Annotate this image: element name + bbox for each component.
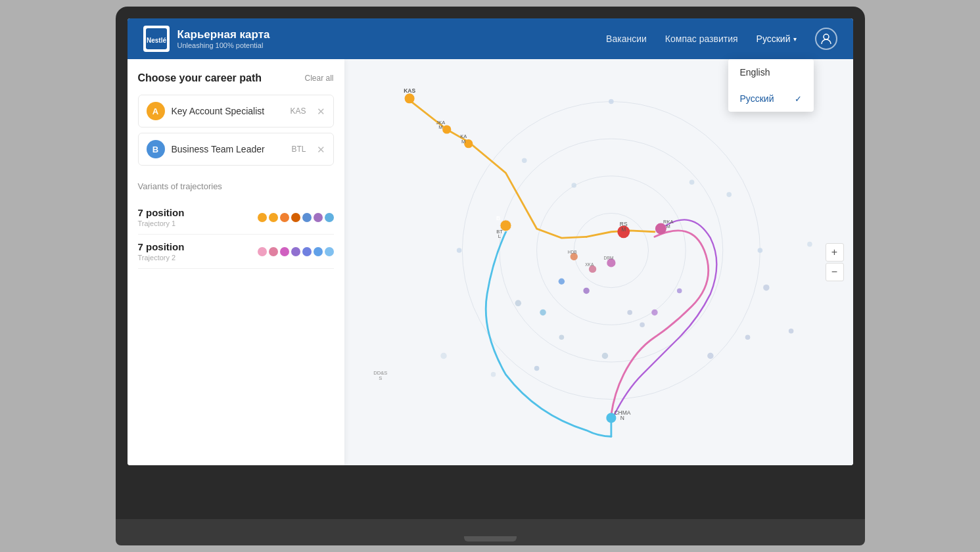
- nav-vacancies[interactable]: Вакансии: [606, 34, 647, 44]
- career-badge-a: A: [147, 102, 165, 120]
- remove-kas-button[interactable]: ✕: [317, 106, 325, 116]
- svg-text:M: M: [461, 139, 465, 145]
- svg-point-15: [807, 242, 812, 247]
- svg-text:Nestlé: Nestlé: [146, 37, 166, 44]
- zoom-in-button[interactable]: +: [826, 243, 844, 262]
- dot: [269, 247, 278, 256]
- trajectory-2-dots: [258, 247, 334, 256]
- app-title: Карьерная карта: [177, 28, 270, 41]
- dot: [269, 213, 278, 222]
- header-nav: Вакансии Компас развития Русский ▾: [606, 28, 837, 50]
- svg-point-6: [574, 213, 648, 287]
- dot: [291, 213, 300, 222]
- svg-point-26: [404, 93, 414, 103]
- trajectory-item-1[interactable]: 7 position Trajectory 1: [138, 200, 334, 235]
- svg-point-25: [456, 248, 461, 253]
- trajectory-item-2[interactable]: 7 position Trajectory 2: [138, 235, 334, 269]
- zoom-out-button[interactable]: −: [826, 263, 844, 281]
- language-button[interactable]: Русский ▾: [757, 34, 797, 44]
- dot: [258, 213, 267, 222]
- dot: [258, 247, 267, 256]
- career-code-btl: BTL: [291, 145, 306, 154]
- dot: [302, 247, 312, 256]
- clear-all-button[interactable]: Clear all: [304, 74, 333, 83]
- svg-point-48: [583, 288, 589, 294]
- sidebar-header: Choose your career path Clear all: [138, 72, 334, 84]
- career-badge-b: B: [147, 140, 165, 158]
- svg-text:HDB: HDB: [567, 250, 577, 254]
- svg-text:S: S: [379, 375, 382, 381]
- app-subtitle: Unleashing 100% potential: [177, 41, 270, 49]
- dot: [291, 247, 300, 256]
- svg-text:M: M: [438, 124, 442, 130]
- svg-point-57: [651, 310, 657, 315]
- career-code-kas: KAS: [290, 106, 306, 116]
- trajectory-1-label: Trajectory 1: [138, 219, 185, 227]
- svg-point-11: [788, 329, 793, 334]
- dot: [280, 247, 289, 256]
- user-profile-button[interactable]: [815, 28, 837, 50]
- svg-text:KAS: KAS: [404, 87, 415, 94]
- trajectory-2-position: 7 position: [138, 241, 185, 252]
- zoom-controls: + −: [826, 243, 844, 281]
- svg-point-4: [499, 139, 722, 362]
- svg-point-12: [745, 334, 750, 340]
- svg-point-58: [676, 288, 682, 294]
- svg-text:L: L: [498, 233, 500, 239]
- trajectory-2-label: Trajectory 2: [138, 254, 185, 262]
- svg-point-7: [571, 183, 576, 188]
- chevron-down-icon: ▾: [793, 35, 797, 43]
- dot: [325, 213, 334, 222]
- laptop-notch: [464, 536, 517, 541]
- nav-compass[interactable]: Компас развития: [665, 34, 738, 44]
- svg-point-9: [726, 192, 732, 197]
- svg-point-47: [558, 279, 564, 285]
- svg-point-24: [757, 248, 762, 253]
- checkmark-icon: ✓: [795, 94, 802, 104]
- svg-text:DRM: DRM: [603, 256, 613, 260]
- variants-section: Variants of trajectories 7 position Traj…: [138, 181, 334, 269]
- svg-point-60: [540, 310, 546, 315]
- sidebar-title: Choose your career path: [138, 72, 262, 84]
- nestle-logo: Nestlé: [143, 26, 170, 52]
- svg-point-2: [824, 34, 829, 39]
- language-dropdown: English Русский ✓: [728, 59, 814, 112]
- svg-point-23: [609, 99, 614, 104]
- map-area[interactable]: KAS JKA M KA M RS M: [344, 59, 853, 465]
- svg-point-28: [442, 125, 451, 133]
- career-name-btl: Business Team Leader: [172, 144, 285, 154]
- career-name-kas: Key Account Specialist: [172, 106, 284, 116]
- sidebar: Choose your career path Clear all A Key …: [128, 59, 344, 465]
- dot: [314, 213, 323, 222]
- svg-text:M: M: [666, 223, 670, 229]
- svg-point-37: [655, 223, 666, 235]
- trajectory-1-position: 7 position: [138, 207, 185, 218]
- svg-point-17: [490, 372, 496, 377]
- remove-btl-button[interactable]: ✕: [317, 145, 325, 154]
- trajectory-1-dots: [258, 213, 334, 222]
- svg-point-13: [707, 353, 713, 359]
- svg-text:N: N: [620, 415, 624, 421]
- svg-point-10: [763, 285, 769, 290]
- career-item-btl: B Business Team Leader BTL ✕: [138, 133, 334, 166]
- svg-text:XKA: XKA: [585, 262, 594, 267]
- svg-point-16: [440, 353, 446, 359]
- svg-text:M: M: [621, 226, 626, 233]
- svg-point-8: [521, 158, 526, 163]
- svg-point-5: [536, 176, 686, 325]
- svg-text:B: B: [496, 215, 500, 221]
- svg-point-59: [627, 310, 632, 315]
- svg-point-20: [515, 300, 521, 306]
- logo-text: Карьерная карта Unleashing 100% potentia…: [177, 28, 270, 49]
- dot: [325, 247, 334, 256]
- svg-point-18: [534, 366, 539, 371]
- header: Nestlé Карьерная карта Unleashing 100% p…: [128, 18, 853, 59]
- svg-point-22: [601, 353, 607, 359]
- logo-area: Nestlé Карьерная карта Unleashing 100% p…: [143, 26, 270, 52]
- dot: [302, 213, 312, 222]
- lang-option-russian[interactable]: Русский ✓: [728, 85, 814, 112]
- svg-point-14: [689, 179, 694, 185]
- lang-option-english[interactable]: English: [728, 59, 814, 85]
- career-item-kas: A Key Account Specialist KAS ✕: [138, 95, 334, 127]
- main-content: Choose your career path Clear all A Key …: [128, 59, 853, 465]
